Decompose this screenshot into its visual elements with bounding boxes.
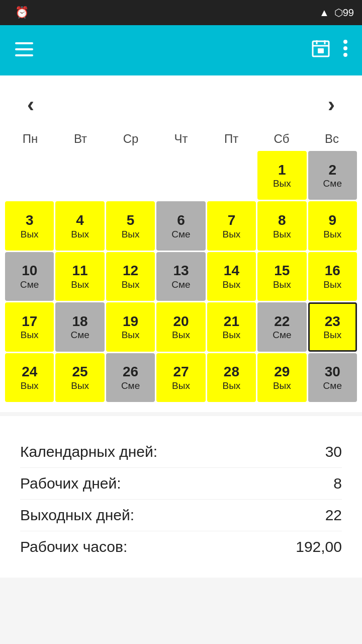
stat-row: Рабочих часов:192,00 (20, 531, 342, 562)
cell-number: 30 (325, 363, 340, 380)
cell-number: 28 (224, 363, 239, 380)
cell-number: 25 (72, 363, 88, 380)
svg-rect-0 (15, 42, 33, 44)
cell-label: Сме (171, 279, 190, 291)
svg-point-10 (343, 53, 347, 57)
calendar-cell[interactable]: 4Вых (55, 201, 104, 250)
cell-number: 24 (22, 363, 37, 380)
prev-month-button[interactable]: ‹ (20, 91, 41, 119)
signal-icon: ▲ (319, 7, 329, 19)
calendar-cell[interactable]: 20Вых (156, 302, 205, 351)
toolbar-icons (308, 35, 352, 65)
stat-value: 8 (333, 475, 342, 492)
calendar-cell[interactable]: 23Вых (308, 302, 357, 351)
cell-label: Вых (273, 178, 291, 190)
day-header: Вт (55, 129, 106, 149)
status-left: ⏰ (8, 6, 29, 19)
cell-number: 16 (325, 262, 340, 279)
next-month-button[interactable]: › (321, 91, 342, 119)
calendar-cell[interactable]: 8Вых (257, 201, 306, 250)
calendar-cell[interactable]: 7Вых (207, 201, 256, 250)
cell-number: 21 (224, 313, 239, 330)
toolbar (0, 25, 362, 75)
calendar-cell (106, 151, 155, 200)
calendar-cell[interactable]: 14Вых (207, 252, 256, 301)
stat-value: 192,00 (296, 538, 342, 555)
stat-value: 30 (325, 443, 342, 460)
calendar: ‹ › ПнВтСрЧтПтСбВс 1Вых2Сме3Вых4Вых5Вых6… (0, 75, 362, 412)
more-options-icon[interactable] (339, 35, 352, 65)
cell-number: 23 (325, 313, 340, 330)
day-header: Пт (206, 129, 256, 149)
svg-point-9 (343, 46, 347, 50)
calendar-cell[interactable]: 28Вых (207, 353, 256, 402)
calendar-cell[interactable]: 22Сме (257, 302, 306, 351)
cell-label: Вых (273, 229, 291, 240)
svg-rect-1 (15, 48, 33, 50)
cell-label: Вых (71, 380, 89, 392)
calendar-cell[interactable]: 21Вых (207, 302, 256, 351)
calendar-cell[interactable]: 13Сме (156, 252, 205, 301)
status-bar: ⏰ ▲ ⬡99 (0, 0, 362, 25)
cell-number: 12 (123, 262, 138, 279)
calendar-cell[interactable]: 18Сме (55, 302, 104, 351)
cell-label: Вых (273, 380, 291, 392)
calendar-today-icon[interactable] (308, 35, 334, 65)
calendar-cell[interactable]: 30Сме (308, 353, 357, 402)
cell-label: Вых (223, 330, 241, 341)
calendar-cell[interactable]: 9Вых (308, 201, 357, 250)
stat-label: Выходных дней: (20, 507, 134, 524)
calendar-cell[interactable]: 17Вых (5, 302, 54, 351)
cell-label: Сме (323, 380, 342, 392)
stat-label: Рабочих часов: (20, 538, 127, 555)
cell-number: 19 (123, 313, 138, 330)
cell-number: 1 (278, 162, 286, 179)
day-header: Ср (106, 129, 156, 149)
cell-number: 15 (274, 262, 290, 279)
stat-value: 22 (325, 507, 342, 524)
calendar-cell[interactable]: 2Сме (308, 151, 357, 200)
cell-label: Вых (223, 380, 241, 392)
calendar-cell[interactable]: 6Сме (156, 201, 205, 250)
cell-number: 20 (173, 313, 189, 330)
status-right: ▲ ⬡99 (319, 7, 354, 19)
calendar-cell[interactable]: 24Вых (5, 353, 54, 402)
svg-point-8 (343, 40, 347, 44)
stat-label: Календарных дней: (20, 443, 157, 460)
calendar-cell[interactable]: 16Вых (308, 252, 357, 301)
calendar-cell[interactable]: 25Вых (55, 353, 104, 402)
cell-number: 17 (22, 313, 37, 330)
calendar-cell (55, 151, 104, 200)
cell-label: Сме (273, 330, 291, 341)
stat-row: Выходных дней:22 (20, 500, 342, 531)
cell-label: Вых (122, 279, 140, 291)
cell-number: 27 (173, 363, 189, 380)
calendar-cell[interactable]: 1Вых (257, 151, 306, 200)
calendar-cell[interactable]: 29Вых (257, 353, 306, 402)
calendar-cell[interactable]: 11Вых (55, 252, 104, 301)
cell-number: 3 (26, 212, 34, 229)
stat-row: Календарных дней:30 (20, 436, 342, 468)
menu-button[interactable] (10, 35, 38, 66)
calendar-cell[interactable]: 26Сме (106, 353, 155, 402)
calendar-cell[interactable]: 15Вых (257, 252, 306, 301)
calendar-cell[interactable]: 5Вых (106, 201, 155, 250)
cell-number: 9 (328, 212, 336, 229)
calendar-cell[interactable]: 19Вых (106, 302, 155, 351)
calendar-grid: 1Вых2Сме3Вых4Вых5Вых6Сме7Вых8Вых9Вых10См… (5, 151, 357, 402)
calendar-cell[interactable]: 10Сме (5, 252, 54, 301)
cell-label: Вых (323, 330, 341, 341)
cell-label: Вых (273, 279, 291, 291)
month-nav: ‹ › (5, 86, 357, 129)
cell-number: 22 (274, 313, 290, 330)
cell-number: 2 (328, 162, 336, 179)
calendar-cell[interactable]: 3Вых (5, 201, 54, 250)
cell-label: Сме (70, 330, 89, 341)
svg-rect-2 (15, 54, 33, 56)
calendar-cell[interactable]: 12Вых (106, 252, 155, 301)
cell-label: Вых (71, 279, 89, 291)
calendar-cell (207, 151, 256, 200)
cell-number: 5 (127, 212, 135, 229)
calendar-cell[interactable]: 27Вых (156, 353, 205, 402)
day-header: Сб (256, 129, 307, 149)
